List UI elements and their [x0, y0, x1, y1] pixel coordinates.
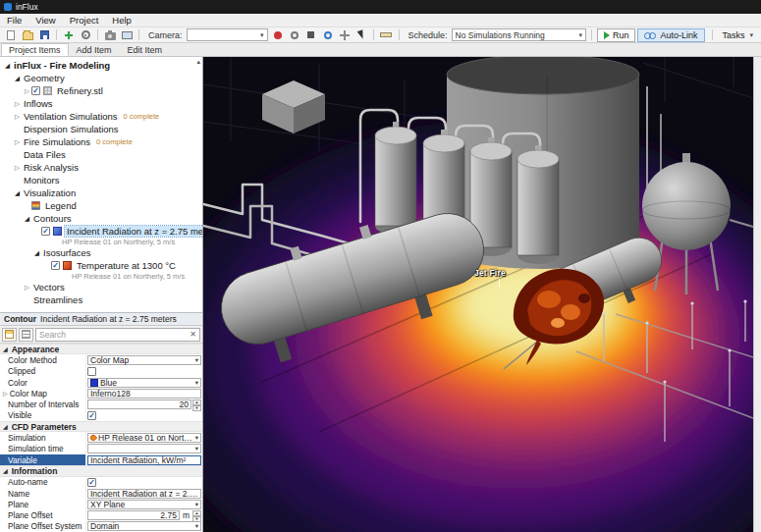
camera-dropdown[interactable]: ▾ — [187, 28, 268, 41]
tree-item-incident-radiation-at-z-2-75-meters[interactable]: ✓Incident Radiation at z = 2.75 meters — [0, 225, 202, 238]
expander-icon[interactable]: ◢ — [3, 62, 12, 70]
new-file-button[interactable] — [3, 28, 19, 42]
search-input[interactable] — [39, 330, 188, 340]
tree-item-dispersion-simulations[interactable]: Dispersion Simulations — [0, 123, 202, 135]
alphabetical-button[interactable] — [19, 328, 33, 342]
item-checkbox[interactable]: ✓ — [31, 86, 40, 95]
scroll-up-icon[interactable]: ▴ — [196, 58, 200, 66]
pan-view-button[interactable] — [337, 28, 353, 42]
tree-item-ventilation-simulations[interactable]: ▷Ventilation Simulations0 complete — [0, 110, 202, 123]
spinner-buttons[interactable]: ▴▾ — [192, 510, 201, 520]
property-checkbox[interactable]: ✓ — [87, 478, 96, 487]
tree-item-temperature-at-1300-c[interactable]: ✓Temperature at 1300 °C — [0, 259, 202, 272]
screenshot-button[interactable] — [102, 28, 118, 42]
property-value: Incident Radiation, kW/m² — [90, 455, 198, 465]
list-icon — [22, 330, 30, 339]
property-section-cfd-parameters[interactable]: ◢CFD Parameters — [0, 421, 202, 432]
menu-file[interactable]: File — [0, 15, 28, 26]
focus-target-button[interactable] — [287, 28, 302, 42]
open-project-button[interactable] — [20, 28, 35, 42]
property-dropdown[interactable]: HP Release 01 on Northerly, 5 m/s▾ — [87, 433, 201, 443]
add-item-button[interactable] — [61, 28, 77, 42]
property-section-appearance[interactable]: ◢Appearance — [0, 344, 202, 354]
record-button[interactable] — [270, 28, 286, 42]
tree-item-data-files[interactable]: Data Files — [0, 148, 202, 161]
property-label-plane-offset-system: Plane Offset System — [0, 521, 86, 532]
property-checkbox[interactable] — [87, 367, 96, 376]
refresh-view-button[interactable] — [320, 28, 336, 42]
tree-item-influx-fire-modeling[interactable]: ◢inFlux - Fire Modeling — [0, 59, 202, 72]
measure-button[interactable] — [378, 28, 394, 42]
tab-edit-item[interactable]: Edit Item — [120, 43, 171, 56]
property-textbox[interactable]: Incident Radiation, kW/m² — [87, 455, 201, 465]
property-section-information[interactable]: ◢Information — [0, 465, 202, 476]
auto-link-button[interactable]: Auto-Link — [637, 28, 704, 42]
tree-item-monitors[interactable]: Monitors — [0, 174, 202, 186]
focus-target-icon — [291, 31, 299, 39]
expander-icon[interactable]: ▷ — [13, 100, 22, 108]
run-button[interactable]: Run — [597, 28, 636, 42]
section-label: Appearance — [12, 345, 60, 354]
tree-item-isosurfaces[interactable]: ◢Isosurfaces — [0, 246, 202, 259]
expander-icon[interactable]: ▷ — [23, 284, 31, 292]
collapsed-side-panel[interactable] — [753, 57, 761, 532]
property-dropdown[interactable]: Blue▾ — [87, 378, 201, 388]
property-spinbox[interactable]: 20 — [87, 399, 191, 409]
categorize-button[interactable] — [2, 328, 17, 342]
settings-button[interactable] — [78, 28, 93, 42]
expander-icon[interactable]: ◢ — [23, 215, 31, 223]
property-spinbox[interactable]: 2.75 — [87, 510, 180, 520]
vertical-tank-1 — [375, 122, 416, 235]
tree-item-geometry[interactable]: ◢Geometry — [0, 72, 202, 84]
tab-project-items[interactable]: Project Items — [1, 43, 69, 56]
tree-item-risk-analysis[interactable]: ▷Risk Analysis — [0, 161, 202, 174]
menu-project[interactable]: Project — [63, 15, 106, 26]
tree-item-inflows[interactable]: ▷Inflows — [0, 97, 202, 110]
tasks-dropdown[interactable]: Tasks▾ — [717, 30, 758, 40]
item-checkbox[interactable]: ✓ — [51, 261, 60, 270]
save-project-button[interactable] — [36, 28, 52, 42]
viewport-3d[interactable]: Jet Fire — [203, 57, 753, 532]
tree-item-refinery-stl[interactable]: ▷✓Refinery.stl — [0, 84, 202, 97]
property-row: VariableIncident Radiation, kW/m² — [0, 454, 202, 465]
clear-search-icon[interactable]: ✕ — [190, 330, 196, 339]
property-dropdown[interactable]: Domain▾ — [87, 521, 201, 531]
select-mode-button[interactable] — [353, 28, 369, 42]
property-value-cell: Inferno128 — [86, 388, 202, 399]
viewport-display-button[interactable] — [119, 28, 135, 42]
row-expander-icon[interactable]: ▷ — [3, 390, 8, 397]
schedule-dropdown[interactable]: No Simulations Running▾ — [452, 28, 586, 41]
tree-item-fire-simulations[interactable]: ▷Fire Simulations0 complete — [0, 135, 202, 148]
expander-icon[interactable]: ▷ — [13, 113, 22, 121]
property-row: Plane Offset2.75m▴▾ — [0, 509, 202, 520]
expander-icon[interactable]: ▷ — [23, 87, 31, 95]
property-dropdown[interactable]: XY Plane▾ — [87, 500, 201, 509]
expander-icon[interactable]: ◢ — [13, 75, 22, 82]
project-panel: ▴ ◢inFlux - Fire Modeling◢Geometry▷✓Refi… — [0, 57, 203, 532]
expander-icon[interactable]: ◢ — [13, 189, 22, 197]
tree-item-vectors[interactable]: ▷Vectors — [0, 281, 202, 293]
property-value-cell: Blue▾ — [86, 377, 202, 388]
stop-button[interactable] — [303, 28, 319, 42]
toolbar-separator — [591, 29, 592, 40]
property-value-cell — [86, 366, 202, 377]
tree-item-contours[interactable]: ◢Contours — [0, 212, 202, 225]
property-dropdown[interactable]: ▾ — [87, 444, 201, 453]
property-textbox[interactable]: Incident Radiation at z = 2.75 meters — [87, 489, 201, 499]
property-label-text: Visible — [8, 410, 31, 420]
tree-item-visualization[interactable]: ◢Visualization — [0, 186, 202, 199]
tree-item-streamlines[interactable]: Streamlines — [0, 293, 202, 306]
property-dropdown[interactable]: Color Map▾ — [87, 355, 201, 365]
property-textbox[interactable]: Inferno128 — [87, 389, 201, 399]
expander-icon[interactable]: ▷ — [13, 164, 22, 172]
menu-help[interactable]: Help — [105, 15, 138, 26]
expander-icon[interactable]: ▷ — [13, 138, 22, 146]
item-checkbox[interactable]: ✓ — [41, 227, 50, 236]
property-checkbox[interactable]: ✓ — [87, 411, 96, 420]
spinner-buttons[interactable]: ▴▾ — [192, 399, 201, 409]
menu-view[interactable]: View — [28, 15, 62, 26]
tab-add-item[interactable]: Add Item — [69, 43, 120, 56]
expander-icon[interactable]: ◢ — [32, 249, 41, 257]
tree-item-legend[interactable]: Legend — [0, 199, 202, 212]
search-field[interactable]: ✕ — [35, 328, 200, 342]
